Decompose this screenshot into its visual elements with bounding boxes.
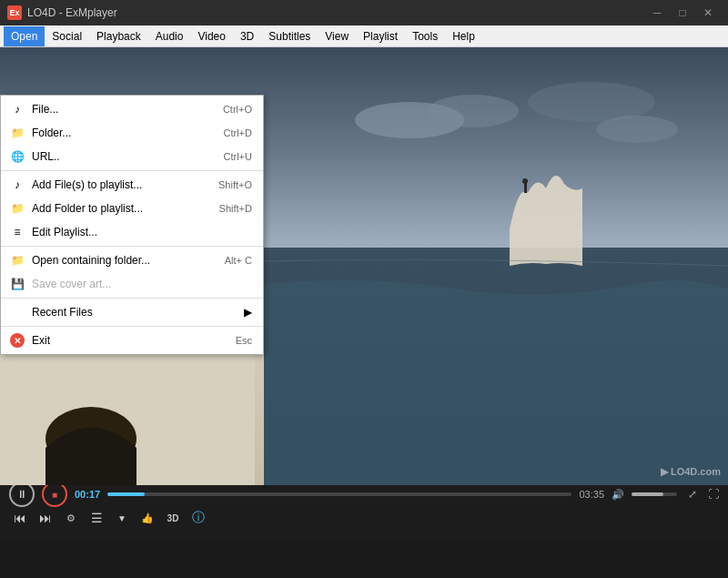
folder-shortcut: Ctrl+D (224, 127, 252, 138)
separator-4 (1, 326, 263, 327)
minimize-button[interactable]: ─ (644, 3, 670, 23)
file-shortcut: Ctrl+O (223, 104, 252, 115)
end-time: 03:35 (579, 489, 604, 500)
svg-point-4 (522, 178, 528, 184)
progress-fill (107, 492, 145, 496)
equalizer-button[interactable]: ⚙ (60, 507, 82, 529)
menu-playlist[interactable]: Playlist (356, 26, 405, 46)
3d-button[interactable]: 3D (162, 507, 184, 529)
file-label: File... (32, 103, 223, 116)
app-icon: Ex (7, 5, 22, 20)
add-files-label: Add File(s) to playlist... (32, 178, 218, 191)
edit-playlist-label: Edit Playlist... (32, 226, 252, 238)
recent-icon (8, 305, 26, 319)
separator-1 (1, 170, 263, 171)
menu-bar: Open Social Playback Audio Video 3D Subt… (0, 25, 728, 47)
controls-area: ⏸ ■ 00:17 03:35 🔊 ⤢ ⛶ ⏮ ⏭ ⚙ ☰ ▼ 👍 3D ⓘ (0, 485, 728, 540)
window-controls: ─ □ ✕ (644, 3, 721, 23)
prev-button[interactable]: ⏮ (9, 507, 31, 529)
file-icon: ♪ (8, 102, 26, 117)
watermark: ▶ LO4D.com (661, 466, 721, 478)
menu-item-add-folder[interactable]: 📁 Add Folder to playlist... Shift+D (1, 197, 263, 220)
menu-playback[interactable]: Playback (89, 26, 148, 46)
menu-social[interactable]: Social (45, 26, 89, 46)
open-folder-shortcut: Alt+ C (225, 255, 252, 266)
menu-help[interactable]: Help (445, 26, 482, 46)
expand-icon[interactable]: ⛶ (708, 488, 719, 501)
svg-point-6 (428, 95, 519, 127)
menu-item-save-cover: 💾 Save cover art... (1, 272, 263, 296)
volume-bar[interactable] (632, 492, 677, 496)
add-files-shortcut: Shift+O (218, 179, 252, 190)
menu-item-exit[interactable]: ✕ Exit Esc (1, 329, 263, 352)
menu-view[interactable]: View (318, 26, 356, 46)
exit-shortcut: Esc (236, 335, 252, 346)
open-folder-label: Open containing folder... (32, 254, 225, 267)
recent-label: Recent Files (32, 306, 240, 319)
folder-label: Folder... (32, 127, 224, 139)
open-dropdown-menu: ♪ File... Ctrl+O 📁 Folder... Ctrl+D 🌐 UR… (0, 95, 264, 355)
url-label: URL.. (32, 150, 224, 163)
svg-point-8 (596, 116, 678, 143)
menu-item-edit-playlist[interactable]: ≡ Edit Playlist... (1, 220, 263, 244)
info-button[interactable]: ⓘ (187, 507, 209, 529)
save-cover-label: Save cover art... (32, 278, 252, 290)
buttons-row: ⏮ ⏭ ⚙ ☰ ▼ 👍 3D ⓘ (0, 503, 728, 532)
menu-tools[interactable]: Tools (405, 26, 445, 46)
add-folder-icon: 📁 (8, 201, 26, 216)
add-files-icon: ♪ (8, 177, 26, 192)
menu-item-url[interactable]: 🌐 URL.. Ctrl+U (1, 145, 263, 168)
volume-icon: 🔊 (612, 489, 624, 501)
playlist-button[interactable]: ☰ (86, 507, 107, 529)
menu-item-add-files[interactable]: ♪ Add File(s) to playlist... Shift+O (1, 173, 263, 197)
fullscreen-icon[interactable]: ⤢ (688, 488, 697, 501)
menu-open[interactable]: Open (4, 26, 45, 46)
separator-3 (1, 298, 263, 299)
menu-item-folder[interactable]: 📁 Folder... Ctrl+D (1, 121, 263, 145)
add-folder-label: Add Folder to playlist... (32, 202, 219, 215)
menu-item-recent[interactable]: Recent Files ▶ (1, 300, 263, 324)
menu-subtitles[interactable]: Subtitles (261, 26, 318, 46)
thumb-button[interactable]: 👍 (136, 507, 158, 529)
maximize-button[interactable]: □ (670, 3, 695, 23)
edit-playlist-icon: ≡ (8, 225, 26, 239)
exit-label: Exit (32, 334, 236, 347)
progress-row: ⏸ ■ 00:17 03:35 🔊 ⤢ ⛶ (0, 485, 728, 503)
menu-audio[interactable]: Audio (148, 26, 191, 46)
open-folder-icon: 📁 (8, 253, 26, 268)
url-shortcut: Ctrl+U (224, 151, 252, 162)
current-time: 00:17 (75, 489, 100, 500)
url-icon: 🌐 (8, 149, 26, 164)
menu-3d[interactable]: 3D (233, 26, 261, 46)
volume-fill (632, 492, 663, 496)
close-button[interactable]: ✕ (695, 3, 721, 23)
separator-2 (1, 246, 263, 247)
menu-item-file[interactable]: ♪ File... Ctrl+O (1, 97, 263, 121)
video-area: ▶ LO4D.com ♪ File... Ctrl+O 📁 Folder... … (0, 47, 728, 485)
menu-video[interactable]: Video (190, 26, 232, 46)
next-button[interactable]: ⏭ (35, 507, 56, 529)
save-cover-icon: 💾 (8, 277, 26, 291)
recent-arrow: ▶ (244, 306, 252, 319)
exit-icon: ✕ (8, 333, 26, 348)
folder-icon: 📁 (8, 126, 26, 140)
progress-bar[interactable] (107, 492, 571, 496)
menu-item-open-folder[interactable]: 📁 Open containing folder... Alt+ C (1, 248, 263, 272)
title-bar: Ex LO4D - ExMplayer ─ □ ✕ (0, 0, 728, 25)
dropdown-arrow[interactable]: ▼ (111, 507, 133, 529)
window-title: LO4D - ExMplayer (27, 6, 644, 19)
add-folder-shortcut: Shift+D (219, 203, 252, 214)
